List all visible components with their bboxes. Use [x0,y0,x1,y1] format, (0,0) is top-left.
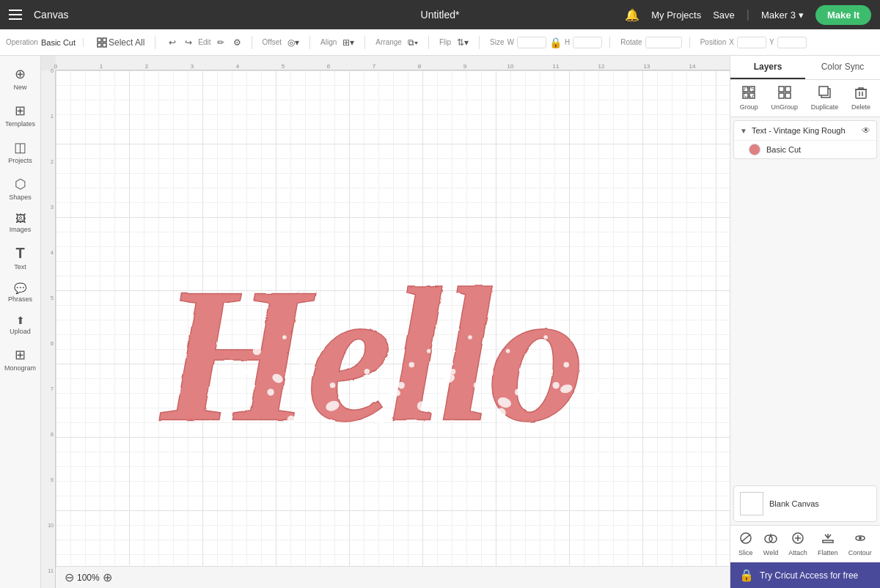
x-input[interactable] [737,37,766,48]
ruler-tick-top: 3 [191,63,194,70]
visibility-icon[interactable]: 👁 [862,125,870,136]
page-title: Untitled* [421,9,460,21]
svg-rect-3 [103,43,106,47]
ruler-tick-top: 5 [282,63,285,70]
sidebar-item-templates[interactable]: ⊞ Templates [3,98,38,132]
layer-group-text: ▼ Text - Vintage King Rough 👁 Basic Cut [733,120,877,159]
svg-point-34 [535,422,543,430]
hello-text-container[interactable]: Hello [114,144,715,551]
delete-tool[interactable]: Delete [847,84,875,112]
ungroup-label: UnGroup [771,103,799,111]
sidebar-item-label-projects: Projects [8,157,32,164]
contour-tool[interactable]: Contour [846,530,875,558]
sidebar-item-text[interactable]: T Text [3,240,38,275]
ruler-tick-left: 11 [48,568,54,573]
select-all-group: Select All [94,36,155,49]
attach-tool[interactable]: Attach [785,530,810,558]
align-button[interactable]: ⊞▾ [340,36,357,49]
zoom-level: 100% [77,573,100,583]
sidebar-item-label-templates: Templates [5,120,35,128]
sidebar-item-label-upload: Upload [10,328,31,335]
bottom-panel-tools: Slice Weld Attach Flatten [730,525,880,562]
edit-pencil-button[interactable]: ✏ [214,36,227,49]
ruler-tick-left: 5 [51,295,54,301]
svg-rect-56 [749,93,755,98]
offset-button[interactable]: ◎▾ [285,36,302,49]
svg-point-13 [329,383,335,389]
sidebar-item-new[interactable]: ⊕ New [3,62,38,95]
svg-point-33 [525,369,531,375]
select-all-button[interactable]: Select All [94,36,147,49]
projects-icon: ◫ [14,139,26,155]
hello-svg: Hello [140,223,690,472]
operation-group: Operation Basic Cut [6,38,84,47]
svg-point-25 [450,369,455,375]
svg-rect-64 [856,89,866,98]
blank-canvas-item: Blank Canvas [733,485,877,522]
offset-label: Offset [263,38,282,46]
ruler-tick-top: 12 [598,63,605,70]
flip-button[interactable]: ⇅▾ [454,36,472,49]
height-input[interactable] [573,37,602,48]
save-button[interactable]: Save [713,10,735,21]
svg-rect-58 [779,87,784,92]
svg-point-40 [593,392,600,399]
hamburger-menu[interactable] [9,10,22,20]
attach-icon [791,532,804,548]
edit-settings-button[interactable]: ⚙ [230,36,244,49]
tab-layers[interactable]: Layers [730,56,805,79]
sidebar-item-label-text: Text [14,263,26,271]
sidebar-item-phrases[interactable]: 💬 Phrases [3,278,38,307]
width-input[interactable] [517,37,546,48]
main-content: ⊕ New ⊞ Templates ◫ Projects ⬡ Shapes 🖼 … [0,56,880,588]
flatten-label: Flatten [818,549,838,556]
canvas-area[interactable]: 0123456789101112131415 01234567891011 He… [41,56,730,588]
group-tool[interactable]: Group [736,84,763,112]
layer-group-header[interactable]: ▼ Text - Vintage King Rough 👁 [734,121,876,140]
tab-color-sync[interactable]: Color Sync [805,56,880,79]
position-label: Position [700,38,727,46]
redo-button[interactable]: ↪ [182,36,195,49]
svg-rect-60 [779,93,784,98]
svg-rect-63 [819,87,828,95]
svg-point-11 [299,363,304,367]
access-bar[interactable]: 🔒 Try Cricut Access for free [730,562,880,588]
notification-bell[interactable]: 🔔 [625,8,639,22]
ruler-tick-top: 1 [100,63,103,70]
duplicate-tool[interactable]: Duplicate [807,84,843,112]
zoom-in-button[interactable]: ⊕ [103,570,112,584]
maker-selector[interactable]: Maker 3 ▾ [761,10,804,21]
svg-point-35 [543,335,548,339]
arrange-button[interactable]: ⧉▾ [405,36,421,49]
make-it-button[interactable]: Make It [815,5,871,25]
sidebar-item-images[interactable]: 🖼 Images [3,208,38,238]
sidebar-item-projects[interactable]: ◫ Projects [3,135,38,169]
templates-icon: ⊞ [15,103,26,119]
y-input[interactable] [777,37,807,48]
sidebar-item-shapes[interactable]: ⬡ Shapes [3,172,38,205]
sidebar-item-upload[interactable]: ⬆ Upload [3,310,38,339]
text-icon: T [15,245,24,262]
svg-point-70 [859,537,862,540]
undo-button[interactable]: ↩ [166,36,179,49]
chevron-down-icon: ▾ [799,10,804,21]
sidebar-item-label-images: Images [10,226,32,233]
slice-tool[interactable]: Slice [736,530,756,558]
svg-rect-61 [785,93,791,98]
group-icon [742,86,755,102]
plus-icon: ⊕ [15,66,26,82]
svg-point-27 [468,335,472,339]
sidebar-item-monogram[interactable]: ⊞ Monogram [3,342,38,376]
ruler-tick-top: 14 [689,63,696,70]
ungroup-tool[interactable]: UnGroup [767,84,803,112]
shapes-icon: ⬡ [15,176,26,192]
svg-point-9 [257,424,263,430]
layer-item[interactable]: Basic Cut [734,140,876,158]
ruler-tick-top: 8 [418,63,421,70]
rotate-input[interactable] [645,37,682,48]
zoom-out-button[interactable]: ⊖ [65,570,74,584]
ruler-tick-top: 6 [327,63,330,70]
weld-tool[interactable]: Weld [760,530,781,558]
flatten-tool[interactable]: Flatten [815,530,841,558]
my-projects-link[interactable]: My Projects [651,10,701,21]
